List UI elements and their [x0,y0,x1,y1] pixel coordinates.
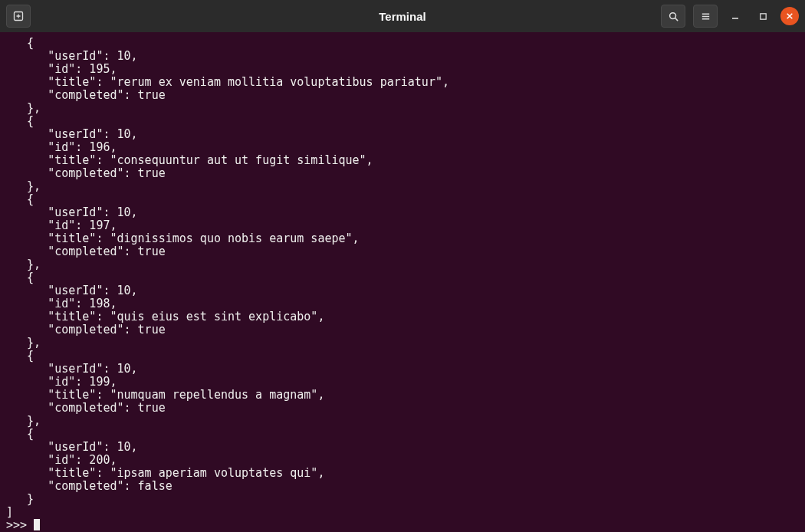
hamburger-icon [700,11,711,22]
prompt: >>> [6,518,34,532]
titlebar: Terminal [0,0,805,32]
new-tab-icon [12,10,25,22]
svg-rect-2 [760,13,765,18]
close-icon [786,12,794,20]
titlebar-right [661,5,799,28]
terminal-output[interactable]: { "userId": 10, "id": 195, "title": "rer… [0,32,805,532]
minimize-icon [731,11,740,21]
new-tab-button[interactable] [6,5,31,28]
search-button[interactable] [661,5,685,28]
maximize-icon [759,12,767,21]
menu-button[interactable] [693,5,718,28]
titlebar-left [6,5,31,28]
window-title: Terminal [379,10,426,23]
json-output-text: { "userId": 10, "id": 195, "title": "rer… [6,36,449,506]
maximize-button[interactable] [753,5,773,28]
cursor [34,519,40,530]
svg-point-1 [669,12,675,18]
close-button[interactable] [780,7,799,25]
minimize-button[interactable] [725,5,745,28]
search-icon [668,11,679,22]
array-close: ] [6,505,13,519]
